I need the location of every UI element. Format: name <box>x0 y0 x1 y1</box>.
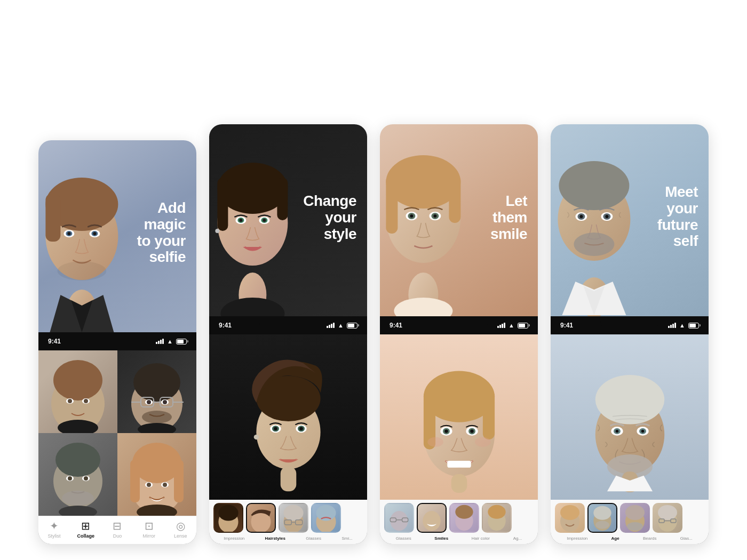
svg-point-139 <box>593 506 611 520</box>
battery-3 <box>518 323 528 329</box>
svg-rect-96 <box>482 390 494 439</box>
status-bar-1: 9:41 ▲ <box>38 332 196 350</box>
age-filter-2[interactable] <box>587 503 617 533</box>
svg-point-60 <box>220 298 284 316</box>
tab-duo[interactable]: ⊟ Duo <box>104 519 131 539</box>
svg-point-107 <box>390 511 408 531</box>
hairstyle-face-svg <box>239 341 338 493</box>
signal-3 <box>497 323 505 328</box>
svg-rect-52 <box>277 178 288 220</box>
hero-face-4 <box>551 124 638 316</box>
svg-point-130 <box>615 429 618 433</box>
notch-4 <box>600 316 659 330</box>
filter-thumb-3[interactable] <box>279 503 308 533</box>
filter-age: Ag... <box>513 536 522 541</box>
svg-point-19 <box>133 363 180 402</box>
smile-filter-4[interactable] <box>482 503 512 533</box>
face-cell-1 <box>38 350 117 433</box>
smile-filter-3[interactable] <box>449 503 479 533</box>
svg-point-10 <box>57 261 106 281</box>
mirror-icon: ⊡ <box>145 519 154 532</box>
screen-4: Impression Age Beards Glas... <box>551 334 709 544</box>
svg-rect-103 <box>447 460 471 467</box>
svg-point-6 <box>67 232 70 235</box>
age-filter-3[interactable] <box>620 503 650 533</box>
filter-thumb-2[interactable] <box>246 503 276 533</box>
filter-row-4 <box>551 500 709 536</box>
face-cell-3 <box>38 433 117 516</box>
svg-rect-51 <box>217 178 228 231</box>
face-cell-2 <box>117 350 196 433</box>
time-1: 9:41 <box>48 338 61 345</box>
hero-photo-3: Let them smile <box>380 124 538 316</box>
time-4: 9:41 <box>560 322 573 329</box>
svg-point-12 <box>53 360 102 401</box>
svg-point-92 <box>394 298 452 316</box>
wifi-2: ▲ <box>338 322 344 329</box>
filter-row-3 <box>380 500 538 536</box>
age-filter-1[interactable] <box>555 503 585 533</box>
svg-point-68 <box>299 427 303 430</box>
status-icons-4: ▲ <box>668 322 699 329</box>
hair-screen <box>209 334 367 500</box>
svg-point-145 <box>658 505 677 520</box>
svg-point-91 <box>433 214 436 218</box>
phone-card-4: Meet your future self 9:41 <box>551 124 709 544</box>
phone-card-1: Add magic to your selfie 9:41 <box>38 140 196 544</box>
tab-lense[interactable]: ◎ Lense <box>167 519 194 539</box>
smile-filter-1[interactable] <box>384 503 414 533</box>
svg-point-142 <box>625 505 645 520</box>
svg-point-46 <box>163 483 167 487</box>
svg-point-55 <box>239 219 242 222</box>
svg-point-124 <box>605 215 608 218</box>
svg-point-38 <box>59 506 97 516</box>
collage-icon: ⊞ <box>81 519 90 532</box>
age-filter-4[interactable] <box>653 503 682 533</box>
hero-face-2 <box>209 124 296 316</box>
mirror-label: Mirror <box>142 533 155 539</box>
filter-thumb-4[interactable] <box>311 503 341 533</box>
signal-4 <box>668 323 676 328</box>
svg-point-65 <box>274 427 277 430</box>
tab-collage[interactable]: ⊞ Collage <box>73 519 99 539</box>
tab-mirror[interactable]: ⊡ Mirror <box>136 519 162 539</box>
lense-icon: ◎ <box>176 519 185 532</box>
tab-stylist[interactable]: ✦ Stylist <box>41 519 68 539</box>
card-4: Meet your future self 9:41 <box>550 124 710 544</box>
svg-point-143 <box>627 522 643 531</box>
svg-point-58 <box>263 219 266 222</box>
wifi-4: ▲ <box>679 322 685 329</box>
filter-impression: Impression <box>567 536 587 541</box>
battery-1 <box>176 339 187 345</box>
svg-point-113 <box>455 505 473 519</box>
status-bar-4: 9:41 ▲ <box>551 316 709 334</box>
smile-face-svg <box>410 341 508 493</box>
svg-point-80 <box>316 505 336 521</box>
screen-2: Impression Hairstyles Glasses Smi... <box>209 334 367 544</box>
svg-point-72 <box>218 505 238 521</box>
svg-point-34 <box>68 476 72 481</box>
sig-bar-4 <box>162 339 164 344</box>
card-1: Add magic to your selfie 9:41 <box>37 140 197 544</box>
notch-3 <box>430 316 488 330</box>
svg-point-69 <box>253 434 258 439</box>
smile-filter-2[interactable] <box>417 503 447 533</box>
filter-thumb-1[interactable] <box>213 503 243 533</box>
smile-screen <box>380 334 538 500</box>
svg-point-21 <box>147 400 151 404</box>
svg-point-29 <box>142 411 172 423</box>
svg-point-133 <box>641 429 644 433</box>
svg-point-125 <box>574 233 614 256</box>
filter-name-glasses: Glasses <box>306 536 321 541</box>
filter-names-2: Impression Hairstyles Glasses Smi... <box>209 536 367 544</box>
battery-4 <box>688 323 699 329</box>
filter-glasses: Glasses <box>396 536 411 541</box>
card-3: Let them smile 9:41 <box>379 124 539 544</box>
wifi-3: ▲ <box>508 322 514 329</box>
time-2: 9:41 <box>219 322 232 329</box>
iphone-frame-3: 9:41 ▲ <box>380 316 538 544</box>
filter-name-smi: Smi... <box>341 536 352 541</box>
notch-2 <box>259 316 317 330</box>
iphone-frame-1: 9:41 ▲ <box>38 332 196 544</box>
svg-point-37 <box>62 491 94 506</box>
